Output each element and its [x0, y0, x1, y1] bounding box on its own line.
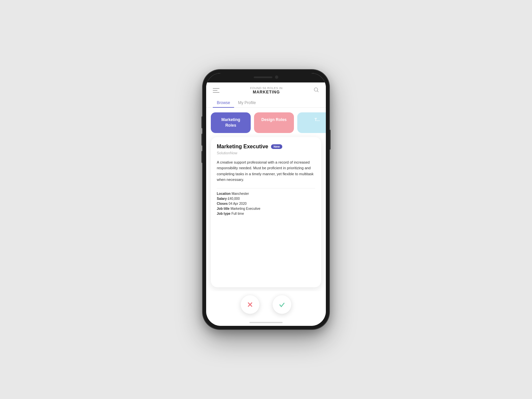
- reject-button[interactable]: [241, 295, 259, 314]
- tab-browse[interactable]: Browse: [213, 98, 234, 108]
- camera: [275, 75, 278, 79]
- screen-content: Found 56 roles in MARKETING Browse My Pr…: [206, 82, 326, 326]
- search-icon[interactable]: [313, 87, 319, 94]
- home-indicator: [206, 319, 326, 326]
- header-title: Found 56 roles in MARKETING: [250, 86, 283, 94]
- new-badge: New: [271, 144, 283, 149]
- detail-location: Location Manchester: [217, 192, 315, 196]
- action-buttons: [206, 291, 326, 319]
- closes-label: Closes: [217, 202, 229, 205]
- job-title-label: Job title: [217, 207, 230, 210]
- card-wrapper: Marketing Executive New SolutionNow A cr…: [206, 133, 326, 291]
- salary-value: £40,000: [228, 197, 240, 200]
- tab-my-profile[interactable]: My Profile: [234, 98, 260, 108]
- company-name: SolutionNow: [217, 151, 315, 155]
- closes-value: 04 Apr 2020: [229, 202, 247, 205]
- hamburger-icon[interactable]: [213, 88, 219, 93]
- job-title-row: Marketing Executive New: [217, 144, 315, 150]
- divider: [217, 188, 315, 189]
- phone-shell: Found 56 roles in MARKETING Browse My Pr…: [203, 70, 329, 329]
- chip-design[interactable]: Design Roles: [254, 112, 294, 133]
- job-card: Marketing Executive New SolutionNow A cr…: [211, 137, 321, 287]
- job-type-label: Job type: [217, 212, 231, 215]
- detail-closes: Closes 04 Apr 2020: [217, 202, 315, 205]
- header-main-title: MARKETING: [250, 90, 283, 94]
- job-title: Marketing Executive: [217, 144, 268, 150]
- job-type-value: Full time: [231, 212, 244, 215]
- tabs: Browse My Profile: [206, 96, 326, 108]
- categories: MarketingRoles Design Roles T...: [206, 108, 326, 133]
- svg-point-0: [314, 88, 318, 91]
- chip-marketing[interactable]: MarketingRoles: [211, 112, 251, 133]
- location-value: Manchester: [231, 192, 249, 196]
- accept-button[interactable]: [273, 295, 291, 314]
- phone-screen: Found 56 roles in MARKETING Browse My Pr…: [206, 73, 326, 326]
- detail-job-title: Job title Marketing Executive: [217, 207, 315, 210]
- notch: [243, 73, 289, 81]
- job-description: A creative support professional with a r…: [217, 160, 315, 183]
- header-subtitle: Found 56 roles in: [250, 86, 283, 90]
- speaker: [254, 76, 272, 78]
- job-details: Location Manchester Salary £40,000 Close…: [217, 192, 315, 215]
- header: Found 56 roles in MARKETING: [206, 82, 326, 94]
- detail-job-type: Job type Full time: [217, 212, 315, 215]
- home-bar: [249, 322, 283, 323]
- detail-salary: Salary £40,000: [217, 197, 315, 200]
- job-title-value: Marketing Executive: [230, 207, 260, 210]
- salary-label: Salary: [217, 197, 228, 200]
- location-label: Location: [217, 192, 231, 196]
- chip-tech[interactable]: T...: [297, 112, 326, 133]
- svg-line-1: [317, 91, 318, 92]
- notch-area: [206, 73, 326, 82]
